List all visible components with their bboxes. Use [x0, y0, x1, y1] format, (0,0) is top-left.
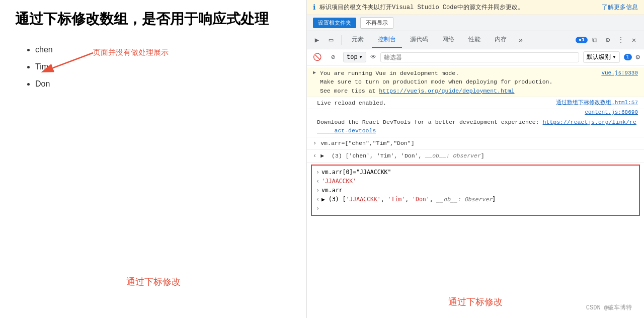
vm-arr-value: (3) ['chen', 'Tim', 'Don', __ob__: Obser…	[332, 151, 485, 160]
cursor-icon[interactable]: ▶	[311, 34, 323, 46]
filter-toggle-icon[interactable]: ⊘	[327, 51, 339, 63]
expand-triangle[interactable]: ▶	[321, 196, 325, 203]
expand-icon[interactable]: ▶	[313, 69, 316, 76]
vue-deploy-link[interactable]: https://vuejs.org/guide/deployment.html	[379, 88, 514, 94]
devtools-toolbar: ▶ ▭ 元素 控制台 源代码 网络 性能 内存 » ●1 ⧉ ⚙ ⋮ ✕	[307, 31, 644, 49]
tab-elements[interactable]: 元素	[346, 32, 370, 48]
info-bar-left: ℹ 标识项目的根文件夹以打开Visual Studio Code中的源文件并同步…	[313, 3, 524, 12]
tab-performance[interactable]: 性能	[462, 32, 487, 48]
react-devtools-text: Download the React DevTools for a better…	[317, 118, 638, 135]
live-reload-message: Live reload enabled. 通过数组下标修改数组.html:57	[307, 97, 644, 109]
vm-arr-triangle[interactable]: ▶	[320, 151, 324, 160]
context-label: top	[347, 54, 358, 61]
live-reload-source[interactable]: 通过数组下标修改数组.html:57	[556, 99, 638, 107]
annotation-text: 页面并没有做处理展示	[93, 48, 169, 57]
more-tabs-icon[interactable]: »	[515, 34, 527, 46]
clear-console-icon[interactable]: 🚫	[311, 51, 323, 63]
action-bar: 设置根文件夹 不再显示	[307, 15, 644, 31]
right-arrow-icon-2: ›	[316, 187, 319, 194]
bottom-label: 通过下标修改	[126, 276, 181, 288]
vm-arr-code: vm.arr=["chen","Tim","Don"]	[320, 139, 414, 147]
no-show-button[interactable]: 不再显示	[360, 17, 393, 29]
level-selector[interactable]: 默认级别 ▾	[583, 51, 619, 63]
right-panel: ℹ 标识项目的根文件夹以打开Visual Studio Code中的源文件并同步…	[307, 0, 644, 318]
react-devtools-message: Download the React DevTools for a better…	[307, 116, 644, 137]
content-link-row: content.js:68690	[307, 109, 644, 116]
error-badge: ●1	[576, 37, 588, 43]
arr-index-assignment: › vm.arr[0]="JJAACCKK"	[316, 168, 635, 177]
tab-sources[interactable]: 源代码	[404, 32, 434, 48]
content-source-link[interactable]: content.js:68690	[585, 109, 638, 115]
console-badge: 1	[624, 54, 632, 60]
info-text: 标识项目的根文件夹以打开Visual Studio Code中的源文件并同步更改…	[319, 3, 524, 12]
arrow-left-icon: ‹	[313, 151, 316, 161]
set-root-button[interactable]: 设置根文件夹	[313, 18, 356, 28]
updated-arr-result: ‹ ▶ (3) ['JJAACCKK', 'Tim', 'Don', __ob_…	[316, 195, 635, 204]
left-panel: 通过下标修改数组，是否用于响应式处理 chen Tim Don 页面并没有做处理…	[0, 0, 307, 318]
live-reload-text: Live reload enabled.	[317, 99, 554, 107]
dock-icon[interactable]: ⧉	[589, 34, 601, 46]
console-settings-icon[interactable]: ⚙	[636, 53, 640, 61]
react-devtools-link[interactable]: https://reactjs.org/link/re act-devtools	[317, 119, 636, 134]
filter-input[interactable]	[380, 52, 579, 62]
right-arrow-icon: ›	[316, 169, 319, 176]
info-icon: ℹ	[313, 3, 315, 12]
csdn-footer: CSDN @破车博特	[586, 303, 632, 312]
chevron-down-icon: ▾	[359, 53, 363, 61]
tab-network[interactable]: 网络	[436, 32, 460, 48]
info-bar: ℹ 标识项目的根文件夹以打开Visual Studio Code中的源文件并同步…	[307, 0, 644, 15]
context-selector[interactable]: top ▾	[343, 52, 366, 62]
eye-icon[interactable]: 👁	[370, 53, 376, 61]
tab-memory[interactable]: 内存	[489, 32, 513, 48]
list-item: Don	[35, 77, 291, 91]
left-arrow-icon: ‹	[316, 178, 319, 185]
chevron-down-icon-2: ▾	[612, 53, 616, 61]
vue-source-link[interactable]: vue.js:9330	[601, 69, 638, 77]
divider	[341, 35, 342, 45]
vue-warning-message: ▶ You are running Vue in development mod…	[307, 67, 644, 97]
vm-arr-assignment: › vm.arr=["chen","Tim","Don"]	[307, 137, 644, 150]
info-link[interactable]: 了解更多信息	[602, 3, 638, 12]
left-arrow-icon-2: ‹	[316, 196, 319, 203]
tab-console[interactable]: 控制台	[372, 32, 402, 48]
console-cursor: ›	[316, 204, 635, 213]
inspect-icon[interactable]: ▭	[325, 34, 337, 46]
bottom-note: 通过下标修改	[307, 286, 644, 318]
vm-arr-log: › vm.arr	[316, 186, 635, 195]
message-text: You are running Vue in development mode.…	[320, 69, 599, 95]
arrow-right-icon: ›	[313, 139, 316, 148]
close-icon[interactable]: ✕	[628, 34, 640, 46]
jjaacckk-result: ‹ 'JJAACCKK'	[316, 177, 635, 186]
list-item: Tim	[35, 60, 291, 73]
settings-icon[interactable]: ⚙	[602, 34, 614, 46]
page-title: 通过下标修改数组，是否用于响应式处理	[15, 10, 291, 28]
level-label: 默认级别	[587, 53, 611, 61]
toolbar-right-icons: ●1 ⧉ ⚙ ⋮ ✕	[576, 34, 640, 46]
console-filter-bar: 🚫 ⊘ top ▾ 👁 默认级别 ▾ 1 ⚙	[307, 49, 644, 65]
more-icon[interactable]: ⋮	[615, 34, 627, 46]
highlighted-console-block: › vm.arr[0]="JJAACCKK" ‹ 'JJAACCKK' › vm…	[311, 165, 640, 216]
vm-arr-result: ‹ ▶ (3) ['chen', 'Tim', 'Don', __ob__: O…	[307, 150, 644, 163]
console-content: ▶ You are running Vue in development mod…	[307, 65, 644, 286]
